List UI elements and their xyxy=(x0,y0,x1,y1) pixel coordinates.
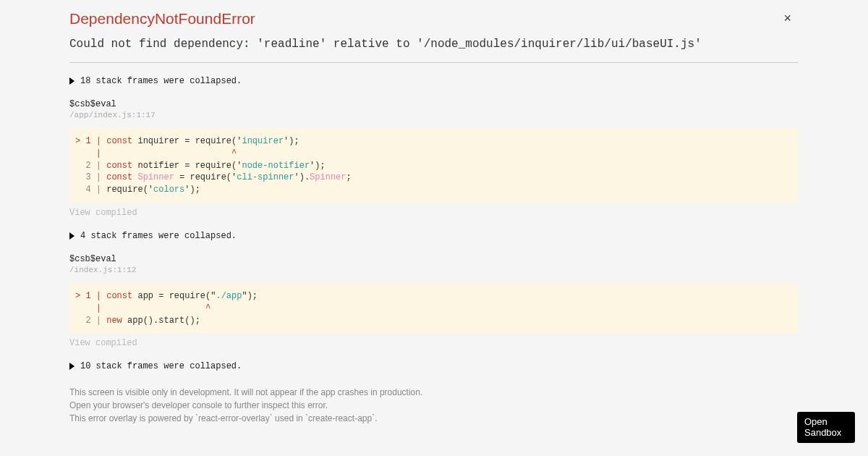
view-compiled-link[interactable]: View compiled xyxy=(69,338,799,348)
open-sandbox-button[interactable]: Open Sandbox xyxy=(797,412,855,443)
collapsed-label: 10 stack frames were collapsed. xyxy=(80,361,242,371)
stack-frame-location: /app/index.js:1:17 xyxy=(69,111,799,119)
collapsed-frames-toggle[interactable]: 10 stack frames were collapsed. xyxy=(69,361,799,371)
collapsed-label: 4 stack frames were collapsed. xyxy=(80,231,237,241)
view-compiled-link[interactable]: View compiled xyxy=(69,208,799,218)
footer-line: Open your browser's developer console to… xyxy=(69,399,799,412)
code-snippet: > 1 | const app = require("./app"); | ^ … xyxy=(69,283,799,334)
collapsed-frames-toggle[interactable]: 18 stack frames were collapsed. xyxy=(69,76,799,86)
code-snippet: > 1 | const inquirer = require('inquirer… xyxy=(69,128,799,203)
error-message: Could not find dependency: 'readline' re… xyxy=(69,38,799,51)
line-marker: > 1 | xyxy=(75,136,106,146)
error-caret: | ^ xyxy=(75,148,237,159)
footer-line: This screen is visible only in developme… xyxy=(69,386,799,399)
error-caret: | ^ xyxy=(75,303,210,313)
stack-frame-function: $csb$eval xyxy=(69,99,799,109)
chevron-right-icon xyxy=(69,363,75,370)
divider xyxy=(69,62,799,63)
stack-frame-location: /index.js:1:12 xyxy=(69,266,799,274)
error-overlay: × DependencyNotFoundError Could not find… xyxy=(0,0,868,439)
line-marker: > 1 | xyxy=(75,291,106,301)
collapsed-frames-toggle[interactable]: 4 stack frames were collapsed. xyxy=(69,231,799,241)
chevron-right-icon xyxy=(69,232,75,240)
close-button[interactable]: × xyxy=(783,12,791,25)
error-title: DependencyNotFoundError xyxy=(69,10,799,28)
footer-line: This error overlay is powered by `react-… xyxy=(69,412,799,425)
stack-frame-function: $csb$eval xyxy=(69,254,799,264)
collapsed-label: 18 stack frames were collapsed. xyxy=(80,76,242,86)
chevron-right-icon xyxy=(69,77,75,85)
dev-footer: This screen is visible only in developme… xyxy=(69,386,799,425)
